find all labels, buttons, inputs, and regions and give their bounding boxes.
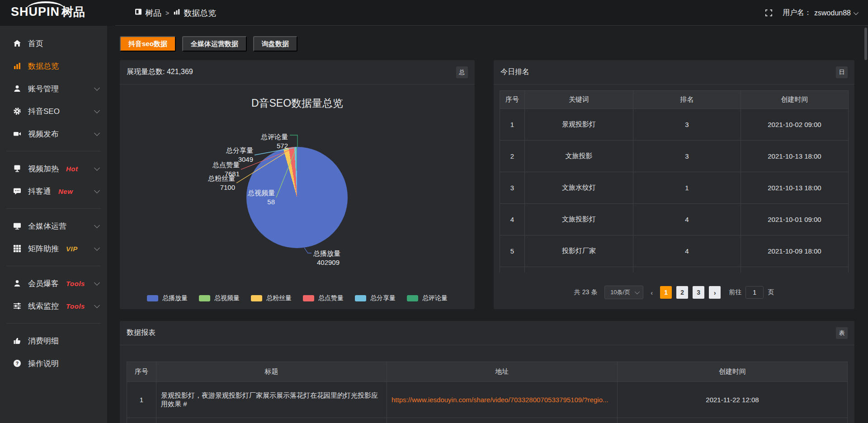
- tab-douyin-seo[interactable]: 抖音seo数据: [120, 36, 176, 52]
- grid-icon: [13, 244, 22, 253]
- cell-created: 2021-11-22 12:08: [618, 382, 848, 418]
- chevron-down-icon: [94, 188, 100, 193]
- data-source-tabs: 抖音seo数据 全媒体运营数据 询盘数据: [120, 36, 297, 52]
- tab-omnimedia-data[interactable]: 全媒体运营数据: [182, 36, 247, 52]
- chevron-down-icon: [94, 108, 100, 113]
- sidebar-item-member-blast[interactable]: 会员爆客 Tools: [0, 272, 107, 295]
- legend-swatch: [199, 295, 210, 301]
- rank-table-header: 序号 关键词 排名 创建时间: [500, 91, 849, 109]
- topbar-right: 用户名：zswodun88: [765, 0, 857, 26]
- day-toggle-button[interactable]: 日: [836, 66, 848, 78]
- monitor-icon: [13, 222, 22, 230]
- report-panel-header: 数据报表 表: [120, 321, 854, 345]
- cell-keyword: 文旅投影灯: [525, 204, 633, 235]
- table-toggle-button[interactable]: 表: [836, 327, 848, 339]
- user-menu[interactable]: 用户名：zswodun88: [783, 8, 857, 18]
- prev-page-button[interactable]: ‹: [648, 289, 656, 296]
- breadcrumb-current[interactable]: 数据总览: [173, 8, 216, 19]
- video-link[interactable]: https://www.iesdouyin.com/share/video/70…: [392, 396, 609, 404]
- sidebar-item-matrix-boost[interactable]: 矩阵助推 VIP: [0, 237, 107, 260]
- rank-panel: 今日排名 日 序号 关键词 排名 创建时间 1 景观投影灯 3 2021-10-…: [494, 60, 854, 309]
- logo: SHUPIN树品: [11, 4, 101, 22]
- page-button-2[interactable]: 2: [676, 286, 688, 299]
- col-header-index: 序号: [127, 362, 156, 382]
- chevron-down-icon: [94, 280, 100, 286]
- sidebar-item-label: 抖音SEO: [28, 106, 60, 117]
- chevron-down-icon: [94, 245, 100, 251]
- sidebar-item-douyin-seo[interactable]: 抖音SEO: [0, 100, 107, 122]
- tab-inquiry-data[interactable]: 询盘数据: [253, 36, 297, 52]
- cell-created: 2021-10-02 09:00: [741, 109, 849, 141]
- sidebar-item-doukertong[interactable]: 抖客通 New: [0, 180, 107, 202]
- bar-chart-icon: [13, 62, 22, 70]
- report-table-header: 序号 标题 地址 创建时间: [127, 362, 848, 382]
- member-icon: [13, 279, 22, 287]
- legend-item[interactable]: 总视频量: [199, 294, 240, 302]
- sidebar-item-account[interactable]: 账号管理: [0, 77, 107, 100]
- col-header-rank: 排名: [633, 91, 741, 109]
- chevron-down-icon: [94, 302, 100, 308]
- pie-labels-layer: 总评论量 572 总分享量 3049 总点赞量 7681 总粉丝量 7100 总…: [120, 85, 475, 309]
- cell-rank: 1: [633, 172, 741, 204]
- total-toggle-button[interactable]: 总: [456, 66, 468, 78]
- pie-label-plays: 总播放量: [313, 249, 340, 257]
- goto-label: 前往: [729, 288, 741, 296]
- sidebar-item-label: 视频加热: [28, 164, 59, 174]
- breadcrumb-home[interactable]: 树品: [135, 8, 161, 19]
- pagination: 共 23 条 10条/页 ‹ 1 2 3 › 前往 页: [494, 286, 854, 299]
- breadcrumb-separator: >: [165, 9, 169, 17]
- legend-item[interactable]: 总粉丝量: [251, 294, 292, 302]
- gear-icon: [13, 107, 22, 115]
- chevron-down-icon: [854, 9, 859, 14]
- page-size-select[interactable]: 10条/页: [604, 286, 643, 299]
- legend-item[interactable]: 总评论量: [407, 294, 448, 302]
- pie-label-comments: 总评论量: [260, 133, 288, 141]
- cell-keyword: 景观投影灯: [525, 109, 633, 141]
- sidebar-item-video-publish[interactable]: 视频发布: [0, 122, 107, 145]
- page-button-3[interactable]: 3: [693, 286, 704, 299]
- chat-bubble-icon: [13, 187, 22, 195]
- report-panel-title: 数据报表: [127, 328, 156, 338]
- sliders-icon: [13, 302, 22, 310]
- fullscreen-icon[interactable]: [765, 9, 773, 17]
- home-icon: [13, 39, 22, 47]
- sidebar-item-omnimedia[interactable]: 全媒体运营: [0, 215, 107, 237]
- report-panel: 数据报表 表 序号 标题 地址 创建时间 1 景观投影灯，夜游景观投影灯厂家展示…: [120, 321, 854, 423]
- sidebar-item-home[interactable]: 首页: [0, 32, 107, 55]
- cell-rank: 3: [633, 109, 741, 141]
- impressions-total: 展现量总数: 421,369: [127, 67, 193, 77]
- leader-line-comments: [290, 135, 297, 147]
- sidebar-item-help[interactable]: ? 操作说明: [0, 352, 107, 375]
- scrollbar-thumb[interactable]: [864, 28, 867, 60]
- app-root: SHUPIN树品 树品 > 数据总览 用户名：zswodun88: [0, 0, 868, 423]
- sidebar-item-expense-detail[interactable]: 消费明细: [0, 329, 107, 352]
- pie-label-videos: 总视频量: [247, 189, 275, 197]
- pie-value-plays: 402909: [317, 258, 340, 266]
- sidebar-item-label: 数据总览: [28, 61, 59, 71]
- sidebar-item-lead-monitor[interactable]: 线索监控 Tools: [0, 295, 107, 317]
- cell-index: 4: [500, 204, 525, 235]
- cell-index: 1: [127, 382, 156, 418]
- report-table: 序号 标题 地址 创建时间 1 景观投影灯，夜游景观投影灯厂家展示展示落花灯在花…: [127, 362, 848, 423]
- topbar: SHUPIN树品 树品 > 数据总览 用户名：zswodun88: [0, 0, 868, 26]
- legend-item[interactable]: 总播放量: [147, 294, 188, 302]
- legend-item[interactable]: 总分享量: [355, 294, 396, 302]
- goto-unit: 页: [768, 288, 774, 296]
- page-button-1[interactable]: 1: [660, 286, 672, 299]
- pagination-total: 共 23 条: [574, 288, 597, 296]
- pie-label-likes: 总点赞量: [212, 161, 240, 169]
- cell-index: 2: [500, 141, 525, 172]
- cell-created: 2021-10-13 18:00: [741, 172, 849, 204]
- legend-item[interactable]: 总点赞量: [303, 294, 344, 302]
- cell-title: 景观投影灯，夜游景观投影灯厂家展示展示落花灯在花园里的灯光投影应用效果 #: [156, 382, 387, 418]
- pie-label-shares: 总分享量: [226, 146, 253, 154]
- legend-label: 总粉丝量: [266, 294, 292, 302]
- rank-panel-header: 今日排名 日: [494, 60, 854, 85]
- pie-label-fans: 总粉丝量: [208, 174, 235, 182]
- next-page-button[interactable]: ›: [709, 286, 721, 299]
- sidebar-item-data-overview[interactable]: 数据总览: [0, 55, 107, 77]
- cell-index: 1: [500, 109, 525, 141]
- pie-value-fans: 7100: [220, 183, 235, 191]
- sidebar-item-video-heat[interactable]: 视频加热 Hot: [0, 157, 107, 180]
- goto-page-input[interactable]: [745, 286, 764, 299]
